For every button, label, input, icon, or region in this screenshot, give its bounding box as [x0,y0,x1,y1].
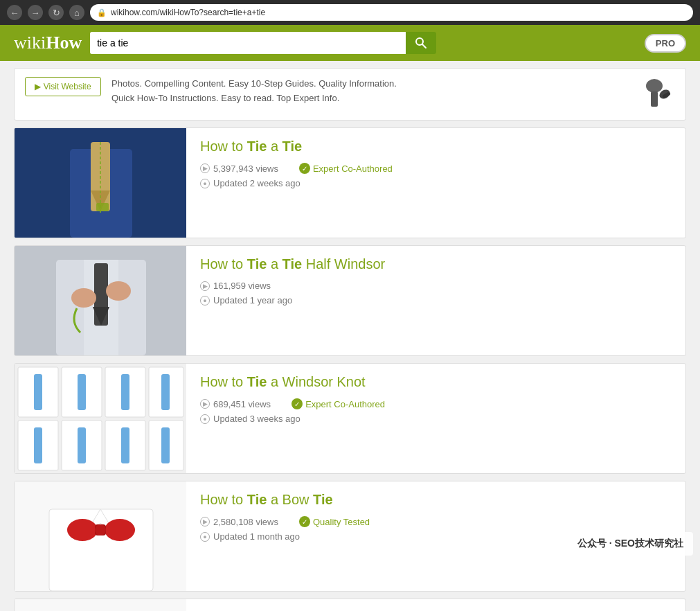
svg-point-2 [646,79,663,93]
address-bar[interactable]: 🔒 wikihow.com/wikiHowTo?search=tie+a+tie [90,4,693,21]
result-card-2[interactable]: How to Tie a Tie Half Windsor ▶ 161,959 … [14,245,686,356]
svg-rect-35 [161,427,170,463]
logo-wiki: wiki [14,33,46,53]
card-title-3: How to Tie a Windsor Knot [200,374,672,390]
views-item-4: ▶ 2,580,108 views [200,517,278,527]
updated-item-3: ● Updated 3 weeks ago [200,414,300,424]
back-button[interactable]: ← [7,5,22,20]
updated-item-1: ● Updated 2 weeks ago [200,178,300,188]
views-icon-2: ▶ [200,281,210,291]
svg-rect-43 [15,599,186,611]
search-input[interactable] [90,32,406,54]
refresh-button[interactable]: ↻ [48,5,64,20]
updated-item-2: ● Updated 1 year ago [200,295,292,306]
visit-website-button[interactable]: ▶ Visit Website [25,77,101,96]
views-icon-4: ▶ [200,517,210,526]
clock-icon-3: ● [200,414,210,424]
card-title-1: How to Tie a Tie [200,139,672,154]
card-image-4 [15,481,186,591]
result-card-3[interactable]: How to Tie a Windsor Knot ▶ 689,451 view… [14,363,686,474]
svg-rect-31 [161,374,170,410]
views-item-1: ▶ 5,397,943 views [200,163,278,174]
badge-check-icon-4: ✓ [299,516,310,527]
quality-badge-4: ✓ Quality Tested [299,516,370,527]
svg-point-42 [95,524,106,535]
svg-point-40 [105,519,135,541]
updated-item-4: ● Updated 1 month ago [200,531,300,542]
card-meta-views-2: ▶ 161,959 views [200,281,672,291]
clock-icon-4: ● [200,532,210,542]
wikihow-header: wikiHow PRO [0,25,700,61]
page-content: ▶ Visit Website Photos. Compelling Conte… [0,61,700,611]
card-body-3: How to Tie a Windsor Knot ▶ 689,451 view… [186,364,685,473]
card-title-2: How to Tie a Tie Half Windsor [200,256,672,272]
expert-badge-1: ✓ Expert Co-Authored [299,163,393,174]
forward-button[interactable]: → [28,5,43,20]
lock-icon: 🔒 [97,8,107,17]
views-item-3: ▶ 689,451 views [200,399,271,409]
views-icon-1: ▶ [200,163,210,173]
svg-rect-32 [34,427,42,463]
card-meta-updated-1: ● Updated 2 weeks ago [200,178,672,188]
featured-section: ▶ Visit Website Photos. Compelling Conte… [14,68,686,121]
browser-chrome: ← → ↻ ⌂ 🔒 wikihow.com/wikiHowTo?search=t… [0,0,700,25]
svg-point-18 [106,281,131,301]
wikihow-logo: wikiHow [14,33,82,53]
card-image-1 [15,128,186,238]
card-meta-views-4: ▶ 2,580,108 views ✓ Quality Tested [200,516,672,527]
svg-rect-34 [121,427,129,463]
badge-check-icon-3: ✓ [291,398,303,409]
card-image-2 [15,246,186,355]
featured-icon [634,77,675,112]
views-item-2: ▶ 161,959 views [200,281,271,291]
card-meta-updated-3: ● Updated 3 weeks ago [200,414,672,424]
card-body-1: How to Tie a Tie ▶ 5,397,943 views ✓ Exp… [186,128,685,238]
views-icon-3: ▶ [200,399,210,409]
card-image-5 [15,599,186,611]
svg-rect-29 [78,374,86,410]
featured-text: Photos. Compelling Content. Easy 10-Step… [111,77,623,106]
home-button[interactable]: ⌂ [69,5,84,20]
pro-button[interactable]: PRO [645,34,686,53]
badge-check-icon-1: ✓ [299,163,310,174]
card-meta-views-1: ▶ 5,397,943 views ✓ Expert Co-Authored [200,163,672,174]
svg-rect-28 [34,374,42,410]
result-card-1[interactable]: How to Tie a Tie ▶ 5,397,943 views ✓ Exp… [14,127,686,238]
card-body-2: How to Tie a Tie Half Windsor ▶ 161,959 … [186,246,685,355]
expert-badge-3: ✓ Expert Co-Authored [291,398,385,409]
search-bar [90,32,436,54]
card-title-4: How to Tie a Bow Tie [200,492,672,508]
logo-how: How [46,33,82,53]
search-button[interactable] [406,32,436,54]
svg-rect-33 [78,427,86,463]
clock-icon-1: ● [200,179,210,188]
card-body-5: How to Tie a Rose Bud Tie Knot ▶ 30,389 … [186,599,685,611]
svg-line-1 [422,44,426,48]
clock-icon-2: ● [200,296,210,306]
svg-rect-3 [651,91,658,107]
svg-point-39 [67,519,98,541]
svg-point-17 [71,288,96,308]
url-text: wikihow.com/wikiHowTo?search=tie+a+tie [111,8,265,17]
result-card-5[interactable]: How to Tie a Rose Bud Tie Knot ▶ 30,389 … [14,599,686,611]
card-meta-updated-2: ● Updated 1 year ago [200,295,672,306]
card-meta-views-3: ▶ 689,451 views ✓ Expert Co-Authored [200,398,672,409]
card-image-3 [15,364,186,473]
watermark: 公众号 · SEO技术研究社 [568,532,693,556]
svg-rect-30 [121,374,129,410]
svg-rect-11 [96,203,109,211]
